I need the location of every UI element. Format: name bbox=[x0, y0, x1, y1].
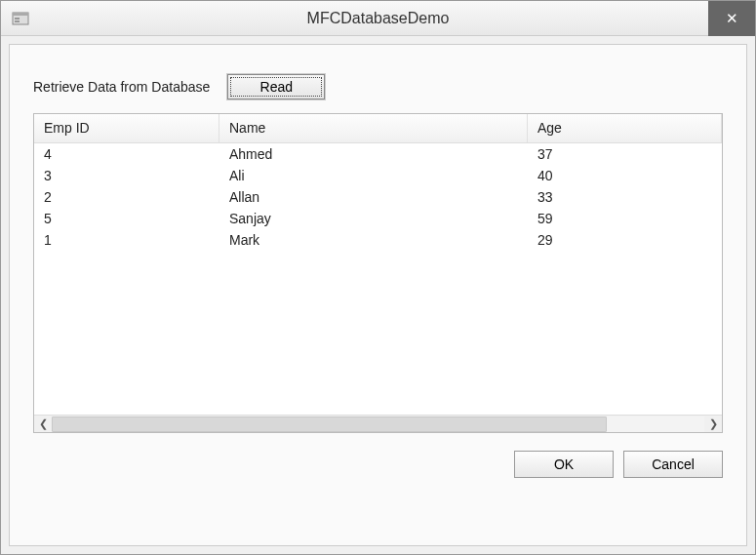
listview-header: Emp ID Name Age bbox=[34, 114, 722, 143]
cell-empid: 1 bbox=[34, 231, 219, 249]
titlebar: MFCDatabaseDemo ✕ bbox=[1, 1, 755, 36]
svg-rect-1 bbox=[13, 13, 28, 16]
column-header-empid[interactable]: Emp ID bbox=[34, 114, 219, 142]
cell-empid: 4 bbox=[34, 145, 219, 163]
svg-rect-3 bbox=[15, 20, 20, 22]
read-button[interactable]: Read bbox=[227, 74, 325, 99]
table-row[interactable]: 3Ali40 bbox=[34, 165, 722, 186]
app-icon bbox=[11, 9, 30, 28]
cell-empid: 5 bbox=[34, 210, 219, 227]
horizontal-scrollbar[interactable]: ❮ ❯ bbox=[34, 415, 722, 432]
scroll-track[interactable] bbox=[52, 416, 704, 432]
close-icon: ✕ bbox=[726, 10, 738, 27]
column-header-name[interactable]: Name bbox=[219, 114, 528, 142]
scroll-left-arrow-icon[interactable]: ❮ bbox=[34, 416, 52, 433]
window-title: MFCDatabaseDemo bbox=[1, 10, 755, 27]
table-row[interactable]: 4Ahmed37 bbox=[34, 143, 722, 165]
cell-empid: 2 bbox=[34, 188, 219, 206]
ok-button[interactable]: OK bbox=[514, 451, 614, 478]
cell-age: 33 bbox=[528, 188, 722, 206]
scroll-right-arrow-icon[interactable]: ❯ bbox=[704, 416, 722, 433]
cell-age: 37 bbox=[528, 145, 722, 163]
client-area: Retrieve Data from Database Read Emp ID … bbox=[9, 44, 747, 546]
dialog-buttons: OK Cancel bbox=[33, 451, 723, 478]
cell-name: Ali bbox=[219, 167, 528, 184]
employee-listview[interactable]: Emp ID Name Age 4Ahmed373Ali402Allan335S… bbox=[33, 113, 723, 433]
cell-name: Allan bbox=[219, 188, 528, 206]
svg-rect-2 bbox=[15, 18, 20, 20]
app-window: MFCDatabaseDemo ✕ Retrieve Data from Dat… bbox=[0, 0, 756, 555]
cell-age: 59 bbox=[528, 210, 722, 227]
table-row[interactable]: 5Sanjay59 bbox=[34, 208, 722, 229]
close-button[interactable]: ✕ bbox=[708, 1, 755, 36]
table-row[interactable]: 1Mark29 bbox=[34, 229, 722, 251]
column-header-age[interactable]: Age bbox=[528, 114, 722, 142]
cell-empid: 3 bbox=[34, 167, 219, 184]
top-row: Retrieve Data from Database Read bbox=[33, 74, 723, 99]
table-row[interactable]: 2Allan33 bbox=[34, 186, 722, 208]
listview-body: 4Ahmed373Ali402Allan335Sanjay591Mark29 bbox=[34, 143, 722, 415]
cell-name: Ahmed bbox=[219, 145, 528, 163]
cancel-button[interactable]: Cancel bbox=[623, 451, 723, 478]
retrieve-label: Retrieve Data from Database bbox=[33, 79, 210, 95]
cell-name: Sanjay bbox=[219, 210, 528, 227]
cell-age: 29 bbox=[528, 231, 722, 249]
cell-age: 40 bbox=[528, 167, 722, 184]
cell-name: Mark bbox=[219, 231, 528, 249]
scroll-thumb[interactable] bbox=[52, 416, 607, 432]
